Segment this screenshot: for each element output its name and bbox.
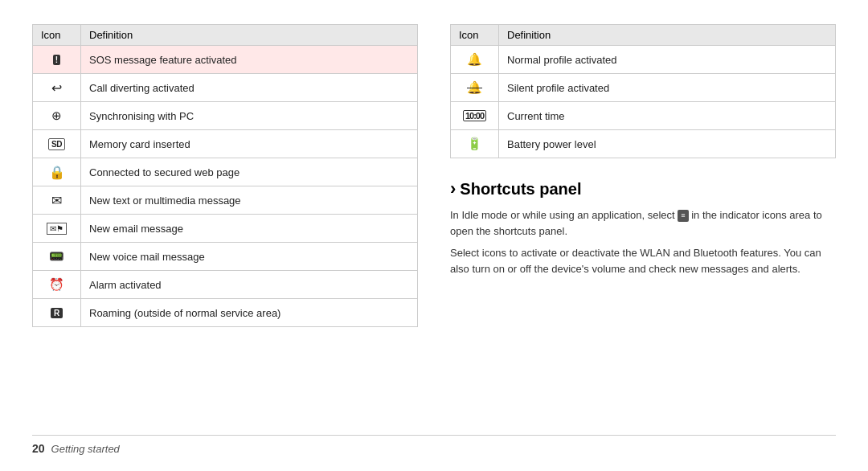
sms-icon: ✉: [51, 193, 62, 208]
icon-cell: 🔔: [451, 74, 499, 102]
shortcuts-paragraph2: Select icons to activate or deactivate t…: [450, 245, 836, 276]
table-row: ⊕ Synchronising with PC: [33, 102, 418, 130]
call-divert-icon: ↩: [51, 80, 62, 96]
page-footer-text: Getting started: [51, 443, 120, 455]
definition-cell: Roaming (outside of normal service area): [81, 299, 418, 327]
shortcuts-panel-icon: ≡: [678, 210, 688, 223]
email-icon: ✉⚑: [47, 223, 67, 235]
table-row: ✉ New text or multimedia message: [33, 186, 418, 215]
left-section: Icon Definition ! SOS message feature ac…: [32, 24, 418, 435]
table-row: 🔔 Silent profile activated: [451, 74, 836, 102]
icon-cell: 10:00: [451, 102, 499, 130]
roaming-icon: R: [51, 308, 63, 318]
shortcuts-section: Shortcuts panel In Idle mode or while us…: [450, 178, 836, 283]
shortcuts-paragraph1: In Idle mode or while using an applicati…: [450, 207, 836, 239]
icon-cell: SD: [33, 130, 81, 158]
table-row: 10:00 Current time: [451, 102, 836, 130]
voicemail-icon: 📟: [49, 249, 64, 264]
left-table-def-header: Definition: [81, 25, 418, 46]
right-table-def-header: Definition: [499, 25, 836, 46]
definition-cell: New voice mail message: [81, 243, 418, 271]
icon-cell: 🔔: [451, 46, 499, 74]
table-row: 🔒 Connected to secured web page: [33, 158, 418, 186]
icon-cell: ⏰: [33, 271, 81, 299]
normal-profile-icon: 🔔: [467, 52, 482, 67]
memcard-icon: SD: [48, 138, 65, 150]
definition-cell: Synchronising with PC: [81, 102, 418, 130]
icon-cell: !: [33, 46, 81, 74]
icon-cell: 📟: [33, 243, 81, 271]
alarm-icon: ⏰: [49, 277, 64, 292]
table-row: ! SOS message feature activated: [33, 46, 418, 74]
icon-cell: R: [33, 299, 81, 327]
definition-cell: SOS message feature activated: [81, 46, 418, 74]
table-row: ⏰ Alarm activated: [33, 271, 418, 299]
definition-cell: Alarm activated: [81, 271, 418, 299]
page-number: 20: [32, 442, 45, 455]
web-icon: 🔒: [49, 165, 65, 180]
footer: 20 Getting started: [32, 435, 836, 455]
definition-cell: Connected to secured web page: [81, 158, 418, 186]
table-row: 🔔 Normal profile activated: [451, 46, 836, 74]
definition-cell: Battery power level: [499, 130, 836, 158]
table-row: ✉⚑ New email message: [33, 215, 418, 243]
table-row: ↩ Call diverting activated: [33, 74, 418, 102]
table-row: 📟 New voice mail message: [33, 243, 418, 271]
sos-icon: !: [53, 55, 60, 65]
table-row: 🔋 Battery power level: [451, 130, 836, 158]
definition-cell: Memory card inserted: [81, 130, 418, 158]
shortcuts-title-text: Shortcuts panel: [460, 180, 581, 199]
icon-cell: ✉⚑: [33, 215, 81, 243]
right-table-icon-header: Icon: [451, 25, 499, 46]
definition-cell: Normal profile activated: [499, 46, 836, 74]
icon-cell: ↩: [33, 74, 81, 102]
definition-cell: New text or multimedia message: [81, 186, 418, 215]
definition-cell: Call diverting activated: [81, 74, 418, 102]
icon-cell: 🔋: [451, 130, 499, 158]
definition-cell: New email message: [81, 215, 418, 243]
content-area: Icon Definition ! SOS message feature ac…: [32, 24, 836, 435]
right-table: Icon Definition 🔔 Normal profile activat…: [450, 24, 836, 158]
icon-cell: ✉: [33, 186, 81, 215]
left-table: Icon Definition ! SOS message feature ac…: [32, 24, 418, 327]
right-section: Icon Definition 🔔 Normal profile activat…: [450, 24, 836, 435]
table-row: R Roaming (outside of normal service are…: [33, 299, 418, 327]
battery-icon: 🔋: [467, 137, 482, 151]
time-icon: 10:00: [463, 110, 486, 121]
definition-cell: Current time: [499, 102, 836, 130]
definition-cell: Silent profile activated: [499, 74, 836, 102]
page: Icon Definition ! SOS message feature ac…: [0, 0, 868, 471]
left-table-icon-header: Icon: [33, 25, 81, 46]
icon-cell: ⊕: [33, 102, 81, 130]
silent-icon: 🔔: [467, 80, 482, 95]
shortcuts-title: Shortcuts panel: [450, 178, 836, 199]
sync-icon: ⊕: [51, 109, 62, 123]
table-row: SD Memory card inserted: [33, 130, 418, 158]
icon-cell: 🔒: [33, 158, 81, 186]
